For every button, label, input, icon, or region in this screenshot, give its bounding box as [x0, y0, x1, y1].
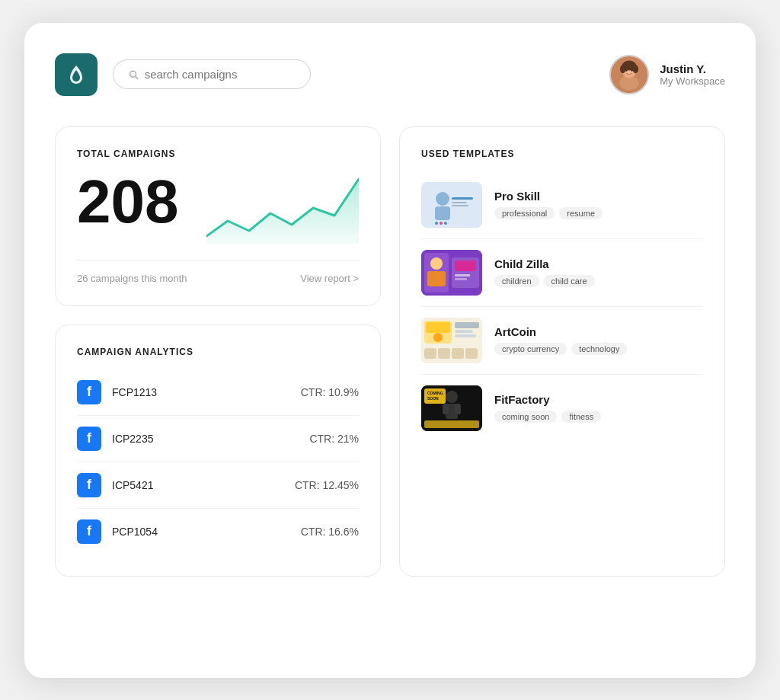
facebook-icon-0: f: [77, 380, 101, 404]
template-info-fitfactory: FitFactory coming soon fitness: [494, 393, 703, 423]
template-name-childzilla: Child Zilla: [494, 257, 703, 270]
main-grid: TOTAL CAMPAIGNS 208: [55, 126, 725, 577]
svg-rect-25: [427, 271, 446, 286]
childzilla-thumbnail: [421, 250, 482, 296]
svg-point-10: [620, 65, 625, 73]
svg-point-20: [440, 222, 443, 225]
campaigns-month-text: 26 campaigns this month: [77, 273, 187, 284]
logo: [55, 53, 98, 96]
svg-point-42: [446, 391, 458, 403]
svg-rect-34: [455, 322, 479, 328]
svg-rect-16: [452, 197, 473, 200]
artcoin-thumbnail: [421, 318, 482, 363]
template-thumb-proskill: [421, 182, 482, 228]
template-tags-fitfactory: coming soon fitness: [494, 411, 703, 423]
fitfactory-thumbnail: COMING SOON: [421, 385, 482, 431]
user-workspace: My Workspace: [660, 75, 725, 87]
analytics-row-1: f ICP2235 CTR: 21%: [77, 416, 359, 462]
analytics-row-0: f FCP1213 CTR: 10.9%: [77, 369, 359, 416]
svg-rect-37: [424, 348, 436, 359]
svg-rect-38: [438, 348, 450, 359]
analytics-title: CAMPAIGN ANALYTICS: [77, 347, 359, 357]
total-campaigns-title: TOTAL CAMPAIGNS: [77, 149, 359, 159]
svg-rect-32: [426, 322, 450, 333]
user-info: Justin Y. My Workspace: [660, 62, 725, 87]
template-item-artcoin: ArtCoin crypto currency technology: [421, 307, 703, 375]
svg-rect-40: [465, 348, 478, 359]
template-tags-artcoin: crypto currency technology: [494, 343, 703, 355]
svg-point-19: [435, 222, 438, 225]
template-name-fitfactory: FitFactory: [494, 393, 703, 406]
user-section: Justin Y. My Workspace: [609, 55, 725, 94]
svg-rect-49: [424, 420, 479, 428]
analytics-row-2: f ICP5421 CTR: 12.45%: [77, 462, 359, 509]
svg-text:COMING: COMING: [427, 391, 443, 395]
svg-point-33: [433, 333, 443, 342]
svg-rect-18: [452, 205, 468, 206]
svg-rect-36: [455, 334, 476, 337]
campaigns-count: 208: [77, 171, 178, 232]
analytics-campaign-id-3: PCP1054: [112, 526, 290, 538]
analytics-row-3: f PCP1054 CTR: 16.6%: [77, 509, 359, 555]
templates-card: USED TEMPLATES: [399, 126, 725, 577]
tag-professional: professional: [494, 207, 555, 219]
svg-text:SOON: SOON: [427, 396, 439, 401]
total-campaigns-card: TOTAL CAMPAIGNS 208: [55, 126, 381, 306]
tag-crypto: crypto currency: [494, 343, 567, 355]
template-item-childzilla: Child Zilla children child care: [421, 239, 703, 307]
svg-point-24: [430, 257, 443, 270]
template-item-fitfactory: COMING SOON FitFactory coming soon fitne…: [421, 375, 703, 442]
tag-coming-soon: coming soon: [494, 411, 557, 423]
view-report-link[interactable]: View report >: [300, 273, 359, 284]
svg-rect-44: [443, 404, 449, 414]
analytics-campaign-id-2: ICP5421: [112, 479, 284, 491]
analytics-ctr-1: CTR: 21%: [309, 433, 359, 445]
svg-point-14: [436, 192, 449, 206]
template-info-proskill: Pro Skill professional resume: [494, 190, 703, 219]
svg-point-11: [633, 65, 638, 73]
search-input[interactable]: [145, 68, 295, 81]
template-name-proskill: Pro Skill: [494, 190, 703, 203]
header: Justin Y. My Workspace: [55, 53, 725, 96]
svg-rect-39: [452, 348, 464, 359]
facebook-icon-1: f: [77, 427, 101, 451]
svg-rect-27: [455, 261, 476, 271]
tag-fitness: fitness: [561, 411, 601, 423]
search-bar[interactable]: [113, 59, 311, 89]
tag-resume: resume: [559, 207, 603, 219]
analytics-ctr-2: CTR: 12.45%: [295, 479, 359, 491]
svg-rect-17: [452, 202, 467, 203]
analytics-ctr-3: CTR: 16.6%: [301, 526, 359, 538]
svg-rect-13: [421, 182, 482, 228]
template-item-proskill: Pro Skill professional resume: [421, 171, 703, 239]
svg-rect-29: [455, 278, 467, 280]
avatar: [609, 55, 649, 94]
app-container: Justin Y. My Workspace TOTAL CAMPAIGNS 2…: [24, 23, 756, 678]
campaigns-chart: [206, 171, 359, 248]
template-name-artcoin: ArtCoin: [494, 325, 703, 338]
analytics-campaign-id-1: ICP2235: [112, 433, 299, 445]
tag-technology: technology: [571, 343, 627, 355]
campaigns-footer: 26 campaigns this month View report >: [77, 273, 359, 284]
svg-point-21: [444, 222, 447, 225]
tag-children: children: [494, 275, 539, 287]
template-thumb-childzilla: [421, 250, 482, 296]
chart-container: [206, 171, 359, 248]
template-thumb-artcoin: [421, 318, 482, 363]
template-tags-proskill: professional resume: [494, 207, 703, 219]
user-name: Justin Y.: [660, 62, 725, 75]
analytics-campaign-id-0: FCP1213: [112, 386, 290, 398]
facebook-icon-3: f: [77, 519, 101, 544]
svg-rect-15: [435, 206, 450, 220]
tag-childcare: child care: [544, 275, 595, 287]
header-left: [55, 53, 311, 96]
svg-rect-28: [455, 274, 470, 276]
template-info-artcoin: ArtCoin crypto currency technology: [494, 325, 703, 355]
campaigns-top: 208: [77, 171, 359, 248]
template-tags-childzilla: children child care: [494, 275, 703, 287]
campaigns-divider: [77, 260, 359, 261]
svg-rect-45: [455, 404, 461, 414]
analytics-ctr-0: CTR: 10.9%: [301, 386, 359, 398]
analytics-card: CAMPAIGN ANALYTICS f FCP1213 CTR: 10.9% …: [55, 324, 381, 577]
templates-title: USED TEMPLATES: [421, 149, 703, 159]
